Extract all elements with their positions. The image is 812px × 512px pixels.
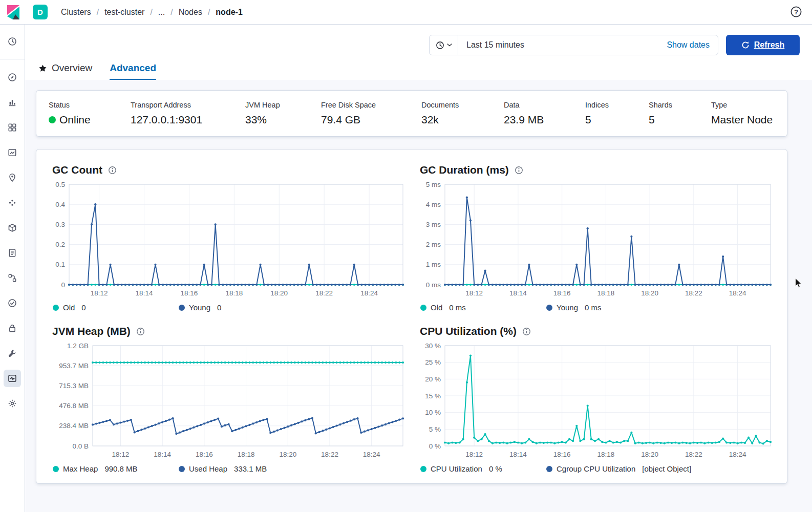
show-dates-button[interactable]: Show dates [658,40,718,50]
info-icon[interactable] [522,327,531,336]
legend-cpu-utilization[interactable]: CPU Utilization0 % [420,464,546,473]
y-axis-tick-label: 25 % [425,358,441,366]
breadcrumb-separator: / [150,8,152,17]
legend-value: 0 % [489,464,502,473]
refresh-label: Refresh [754,40,785,50]
breadcrumb-separator: / [208,8,210,17]
maps-icon[interactable] [4,169,21,186]
x-axis-tick-label: 18:24 [363,451,380,458]
y-axis-tick-label: 715.3 MB [59,382,89,390]
stat-value: 79.4 GB [321,114,421,126]
x-axis-tick-label: 18:24 [729,289,746,297]
jvm-heap-chart[interactable]: 0.0 B238.4 MB476.8 MB715.3 MB953.7 MB1.2… [52,342,405,461]
stack-management-icon[interactable] [4,395,21,412]
recently-viewed-icon[interactable] [4,33,21,50]
cpu-utilization-chart[interactable]: 0 %5 %10 %15 %20 %25 %30 %18:1218:1418:1… [419,342,773,461]
jvm-heap-chart-block: JVM Heap (MB)0.0 B238.4 MB476.8 MB715.3 … [52,325,405,473]
chart-title-row: GC Count [52,164,405,176]
legend-max-heap[interactable]: Max Heap990.8 MB [53,464,179,473]
y-axis-tick-label: 0 % [429,442,441,450]
info-icon[interactable] [515,166,523,175]
help-icon: ? [790,6,802,18]
enterprise-search-icon[interactable] [4,219,21,237]
gc-count-chart[interactable]: 00.10.20.30.40.518:1218:1418:1618:1818:2… [52,180,405,300]
chart-title-row: GC Duration (ms) [420,164,773,176]
tab-advanced-label: Advanced [110,62,156,74]
stat-value: 23.9 MB [504,114,585,126]
y-axis-tick-label: 0.1 [55,261,65,268]
gc-count-legend: Old0Young0 [52,303,405,312]
legend-used-heap[interactable]: Used Heap333.1 MB [179,464,267,473]
canvas-icon[interactable] [4,144,21,161]
legend-dot [420,305,426,311]
stack-monitoring-icon[interactable] [4,370,21,387]
chart-title-row: CPU Utilization (%) [420,325,773,337]
uptime-icon[interactable] [4,294,21,312]
breadcrumb-nodes[interactable]: Nodes [179,8,202,17]
cpu-utilization-series-cpu-utilization [445,356,771,444]
cpu-utilization-chart-block: CPU Utilization (%)0 %5 %10 %15 %20 %25 … [419,325,773,473]
legend-value: 0 ms [585,303,602,312]
graph-icon[interactable] [4,269,21,287]
dashboards-icon[interactable] [4,119,21,136]
logs-icon[interactable] [4,244,21,262]
legend-young[interactable]: Young0 ms [546,303,602,312]
gc-duration-chart[interactable]: 0 ms1 ms2 ms3 ms4 ms5 ms18:1218:1418:161… [419,180,773,300]
legend-young[interactable]: Young0 [179,303,221,312]
help-button[interactable]: ? [789,6,803,19]
app-sidebar [0,25,25,512]
sidebar-divider [0,59,25,59]
x-axis-tick-label: 18:18 [238,451,255,458]
tab-overview[interactable]: Overview [38,62,92,80]
stat-label: Data [504,101,585,109]
info-icon[interactable] [108,166,117,175]
x-axis-tick-label: 18:20 [641,451,658,458]
y-axis-tick-label: 0.4 [55,201,65,208]
legend-dot [179,466,185,472]
y-axis-tick-label: 1.2 GB [67,342,89,350]
stat-value: 5 [585,114,649,126]
observability-overview-icon[interactable] [4,69,21,86]
refresh-button[interactable]: Refresh [726,35,800,55]
breadcrumb-clusters[interactable]: Clusters [61,8,91,17]
legend-old[interactable]: Old0 [53,303,179,312]
time-range-value[interactable]: Last 15 minutes [458,40,658,50]
legend-label: Young [189,303,210,312]
y-axis-tick-label: 3 ms [426,221,441,228]
machine-learning-icon[interactable] [4,194,21,211]
time-menu-button[interactable] [430,35,458,55]
toolbar: Last 15 minutes Show dates Refresh [25,25,812,55]
security-icon[interactable] [4,319,21,337]
kibana-logo[interactable] [5,4,22,20]
stat-transport-address: Transport Address127.0.0.1:9301 [131,101,245,126]
tab-advanced[interactable]: Advanced [110,62,156,80]
deployment-badge[interactable]: D [33,5,48,19]
legend-label: Young [557,303,578,312]
y-axis-tick-label: 15 % [425,392,441,400]
legend-cgroup-cpu-utilization[interactable]: Cgroup CPU Utilization[object Object] [546,464,691,473]
legend-value: 990.8 MB [104,464,137,473]
legend-label: Old [63,303,75,312]
x-axis-tick-label: 18:20 [641,289,658,297]
breadcrumb-separator: / [97,8,99,17]
x-axis-tick-label: 18:14 [154,451,171,458]
breadcrumb-[interactable]: ... [158,8,165,17]
breadcrumb-test-cluster[interactable]: test-cluster [104,8,144,17]
status-online-dot [49,116,56,123]
info-icon[interactable] [136,327,145,336]
visualize-library-icon[interactable] [4,94,21,111]
clock-icon [436,41,444,50]
y-axis-tick-label: 20 % [425,375,441,383]
y-axis-tick-label: 238.4 MB [59,422,89,430]
x-axis-tick-label: 18:12 [465,451,483,458]
stat-free-disk-space: Free Disk Space79.4 GB [321,101,421,126]
x-axis-tick-label: 18:18 [597,289,615,297]
dev-tools-icon[interactable] [4,345,21,362]
gc-count-chart-title: GC Count [52,164,102,176]
legend-old[interactable]: Old0 ms [420,303,546,312]
breadcrumb-node-1: node-1 [216,8,242,17]
gc-duration-series-young [445,198,771,285]
stat-type: TypeMaster Node [711,101,773,126]
y-axis-tick-label: 476.8 MB [59,402,89,410]
legend-value: 333.1 MB [234,464,267,473]
